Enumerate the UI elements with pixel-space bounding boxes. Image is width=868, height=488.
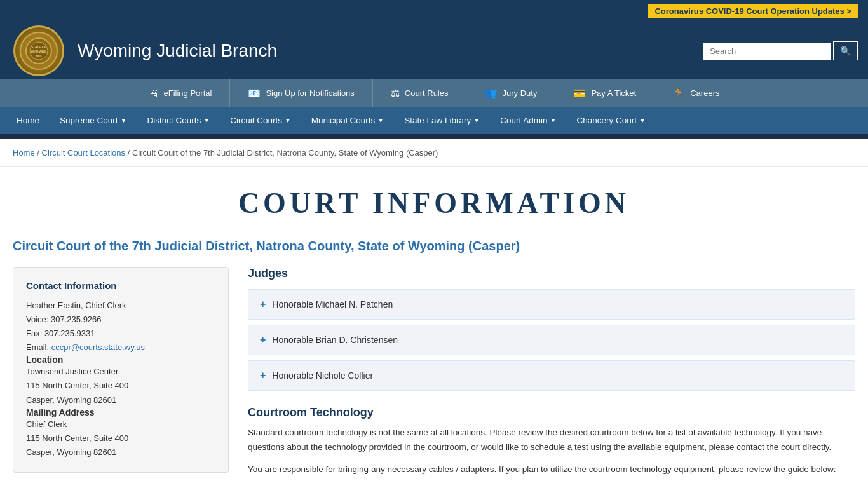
mailing-line3: Casper, Wyoming 82601 (26, 445, 215, 459)
judge-item-3[interactable]: + Honorable Nichole Collier (248, 360, 855, 391)
quick-link-notifications[interactable]: 📧 Sign Up for Notifications (230, 79, 372, 107)
quick-link-label: Jury Duty (502, 88, 537, 98)
efiling-icon: 🖨 (149, 88, 159, 99)
svg-text:STATE OF: STATE OF (31, 45, 46, 49)
covid-banner: Coronavirus COVID-19 Court Operation Upd… (0, 0, 868, 22)
chief-clerk: Heather Eastin, Chief Clerk (26, 299, 215, 313)
chevron-down-icon: ▼ (550, 117, 557, 124)
quick-link-jury-duty[interactable]: 👥 Jury Duty (466, 79, 555, 107)
careers-icon: 🏃 (672, 87, 685, 99)
quick-link-label: eFiling Portal (164, 88, 212, 98)
main-nav: Home Supreme Court ▼ District Courts ▼ C… (0, 107, 868, 134)
expand-icon: + (260, 334, 266, 346)
judge-name-2: Honorable Brian D. Christensen (272, 335, 398, 345)
site-header: STATE OF WYOMING 1869 Wyoming Judicial B… (0, 22, 868, 79)
chevron-down-icon: ▼ (473, 117, 480, 124)
expand-icon: + (260, 370, 266, 381)
location-title: Location (26, 355, 215, 365)
chevron-down-icon: ▼ (121, 117, 127, 124)
site-logo: STATE OF WYOMING 1869 (10, 22, 67, 79)
main-content: COURT INFORMATION Circuit Court of the 7… (0, 167, 868, 488)
judge-item-2[interactable]: + Honorable Brian D. Christensen (248, 325, 855, 355)
nav-municipal-courts[interactable]: Municipal Courts ▼ (301, 107, 394, 134)
quick-link-court-rules[interactable]: ⚖ Court Rules (373, 79, 467, 107)
nav-home[interactable]: Home (6, 107, 50, 134)
nav-supreme-court[interactable]: Supreme Court ▼ (50, 107, 137, 134)
location-line3: Casper, Wyoming 82601 (26, 393, 215, 407)
right-column: Judges + Honorable Michael N. Patchen + … (248, 267, 855, 485)
tech-paragraph-2: You are responsible for bringing any nec… (248, 463, 855, 477)
contact-email: Email: cccpr@courts.state.wy.us (26, 341, 215, 355)
judge-item-1[interactable]: + Honorable Michael N. Patchen (248, 289, 855, 320)
nav-district-courts[interactable]: District Courts ▼ (137, 107, 220, 134)
expand-icon: + (260, 299, 266, 310)
contact-box: Contact Information Heather Eastin, Chie… (13, 267, 229, 473)
tech-paragraph-1: Standard courtroom technology is not the… (248, 426, 855, 455)
contact-section-title: Contact Information (26, 280, 215, 291)
quick-links-nav: 🖨 eFiling Portal 📧 Sign Up for Notificat… (0, 79, 868, 107)
breadcrumb-circuit-locations[interactable]: Circuit Court Locations (42, 148, 126, 158)
chevron-down-icon: ▼ (377, 117, 384, 124)
email-link[interactable]: cccpr@courts.state.wy.us (51, 342, 145, 352)
quick-link-pay-ticket[interactable]: 💳 Pay A Ticket (555, 79, 654, 107)
court-subtitle: Circuit Court of the 7th Judicial Distri… (13, 238, 855, 254)
site-title: Wyoming Judicial Branch (78, 41, 703, 61)
quick-link-label: Careers (690, 88, 719, 98)
breadcrumb-separator: / (128, 148, 132, 158)
quick-link-efiling[interactable]: 🖨 eFiling Portal (131, 79, 231, 107)
quick-link-label: Sign Up for Notifications (266, 88, 354, 98)
chevron-down-icon: ▼ (203, 117, 210, 124)
breadcrumb-home[interactable]: Home (13, 148, 35, 158)
breadcrumb: Home / Circuit Court Locations / Circuit… (0, 139, 868, 167)
judge-name-1: Honorable Michael N. Patchen (272, 299, 393, 309)
email-label: Email: (26, 342, 51, 352)
judges-section-title: Judges (248, 267, 855, 280)
location-line1: Townsend Justice Center (26, 365, 215, 379)
jury-duty-icon: 👥 (484, 87, 497, 99)
tech-section-title: Courtroom Technology (248, 406, 855, 419)
covid-link[interactable]: Coronavirus COVID-19 Court Operation Upd… (648, 4, 858, 18)
mailing-line2: 115 North Center, Suite 400 (26, 431, 215, 445)
judge-name-3: Honorable Nichole Collier (272, 370, 373, 381)
quick-link-label: Pay A Ticket (591, 88, 636, 98)
mailing-title: Mailing Address (26, 407, 215, 417)
nav-divider (0, 134, 868, 139)
quick-link-careers[interactable]: 🏃 Careers (654, 79, 737, 107)
left-column: Contact Information Heather Eastin, Chie… (13, 267, 229, 473)
pay-ticket-icon: 💳 (573, 87, 586, 99)
svg-text:WYOMING: WYOMING (31, 50, 47, 53)
chevron-down-icon: ▼ (639, 117, 646, 124)
svg-text:1869: 1869 (36, 55, 43, 58)
breadcrumb-current: Circuit Court of the 7th Judicial Distri… (132, 148, 438, 158)
mailing-line1: Chief Clerk (26, 417, 215, 431)
page-title: COURT INFORMATION (13, 186, 855, 220)
nav-court-admin[interactable]: Court Admin ▼ (490, 107, 566, 134)
courtroom-tech-section: Courtroom Technology Standard courtroom … (248, 406, 855, 477)
notifications-icon: 📧 (248, 87, 261, 99)
breadcrumb-separator: / (37, 148, 41, 158)
search-input[interactable] (703, 43, 831, 60)
logo-circle: STATE OF WYOMING 1869 (13, 25, 64, 76)
logo-inner: STATE OF WYOMING 1869 (20, 32, 58, 70)
quick-link-label: Court Rules (405, 88, 449, 98)
content-columns: Contact Information Heather Eastin, Chie… (13, 267, 855, 485)
chevron-down-icon: ▼ (285, 117, 291, 124)
search-area: 🔍 (703, 41, 858, 60)
court-rules-icon: ⚖ (391, 87, 400, 99)
contact-fax: Fax: 307.235.9331 (26, 327, 215, 341)
location-line2: 115 North Center, Suite 400 (26, 379, 215, 393)
nav-state-law-library[interactable]: State Law Library ▼ (394, 107, 490, 134)
contact-voice: Voice: 307.235.9266 (26, 313, 215, 327)
nav-chancery-court[interactable]: Chancery Court ▼ (566, 107, 655, 134)
search-button[interactable]: 🔍 (833, 41, 858, 60)
nav-circuit-courts[interactable]: Circuit Courts ▼ (220, 107, 301, 134)
